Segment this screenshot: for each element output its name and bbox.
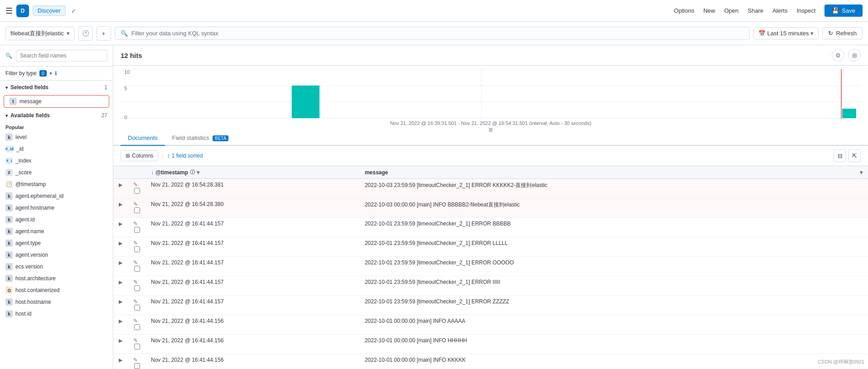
expand-row-icon[interactable]: ▶: [119, 357, 122, 363]
field-item-_id[interactable]: #_id _id: [0, 143, 113, 155]
svg-text:0: 0: [124, 115, 127, 119]
field-type-icon: ⊙: [5, 287, 13, 294]
timestamp-cell: Nov 21, 2022 @ 16:41:44.156: [145, 315, 359, 335]
row-edit-icon[interactable]: ✎: [133, 357, 138, 363]
timestamp-cell: Nov 21, 2022 @ 16:41:44.157: [145, 257, 359, 276]
row-edit-icon[interactable]: ✎: [133, 182, 138, 188]
expand-cell[interactable]: ▶: [113, 315, 128, 335]
refresh-button[interactable]: ↻ Refresh: [822, 27, 863, 39]
filter-chevron-icon[interactable]: ▾: [49, 70, 52, 77]
col-timestamp-header[interactable]: ↓ @timestamp ⓘ ▾: [145, 166, 359, 179]
expand-cell[interactable]: ▶: [113, 257, 128, 276]
row-edit-icon[interactable]: ✎: [133, 318, 138, 324]
row-checkbox[interactable]: [134, 363, 140, 369]
col-expand-header: [113, 166, 128, 179]
expand-row-icon[interactable]: ▶: [119, 201, 122, 207]
filter-info-icon[interactable]: ℹ: [55, 70, 57, 77]
expand-cell[interactable]: ▶: [113, 276, 128, 296]
row-actions-cell: [854, 276, 868, 296]
message-cell: 2022-10-01 23:59:59 [timeoutChecker_2_1]…: [359, 237, 854, 257]
field-item-level[interactable]: k level: [0, 131, 113, 143]
timestamp-cell: Nov 21, 2022 @ 16:41:44.156: [145, 335, 359, 354]
sort-button[interactable]: ↕ 1 field sorted: [167, 153, 203, 159]
row-checkbox[interactable]: [134, 344, 140, 350]
table-row: ▶ ✎ Nov 21, 2022 @ 16:41:44.156 2022-10-…: [113, 335, 868, 354]
time-chevron-icon: ▾: [810, 30, 814, 37]
time-range-picker[interactable]: 📅 Last 15 minutes ▾: [753, 27, 819, 39]
expand-cell[interactable]: ▶: [113, 335, 128, 354]
table-view-button[interactable]: ⊟: [834, 149, 846, 162]
row-edit-icon[interactable]: ✎: [133, 337, 138, 344]
field-type-icon: t: [10, 98, 17, 105]
history-icon-button[interactable]: 🕐: [78, 26, 93, 41]
row-checkbox[interactable]: [134, 227, 140, 233]
collapse-all-icon[interactable]: ▾: [860, 169, 863, 176]
row-edit-icon[interactable]: ✎: [133, 279, 138, 285]
row-edit-icon[interactable]: ✎: [133, 220, 138, 227]
columns-button[interactable]: ⊞ Columns: [121, 150, 158, 161]
expand-cell[interactable]: ▶: [113, 218, 128, 237]
row-edit-icon[interactable]: ✎: [133, 298, 138, 305]
selected-fields-header[interactable]: ▾ Selected fields 1: [0, 81, 113, 94]
field-item-agent-hostname[interactable]: k agent.hostname: [0, 202, 113, 214]
row-edit-icon[interactable]: ✎: [133, 201, 138, 207]
expand-cell[interactable]: ▶: [113, 237, 128, 257]
row-checkbox[interactable]: [134, 305, 140, 311]
app-name[interactable]: Discover: [33, 5, 66, 16]
field-item-_score[interactable]: # _score: [0, 167, 113, 178]
settings-icon-button[interactable]: ⚙: [832, 49, 844, 62]
expand-row-icon[interactable]: ▶: [119, 318, 122, 324]
expand-row-icon[interactable]: ▶: [119, 240, 122, 246]
expand-row-icon[interactable]: ▶: [119, 221, 122, 226]
open-link[interactable]: Open: [724, 7, 739, 14]
field-item-agent-version[interactable]: k agent.version: [0, 249, 113, 261]
field-item-_index[interactable]: #_i _index: [0, 155, 113, 167]
row-checkbox[interactable]: [134, 188, 140, 194]
share-link[interactable]: Share: [748, 7, 764, 14]
row-checkbox[interactable]: [134, 246, 140, 252]
row-checkbox[interactable]: [134, 207, 140, 213]
field-item-host-architecture[interactable]: k host.architecture: [0, 273, 113, 284]
inspect-link[interactable]: Inspect: [796, 7, 815, 14]
expand-row-icon[interactable]: ▶: [119, 279, 122, 285]
field-item-agent-ephemeral_id[interactable]: k agent.ephemeral_id: [0, 190, 113, 202]
table-row: ▶ ✎ Nov 21, 2022 @ 16:41:44.157 2022-10-…: [113, 237, 868, 257]
row-checkbox[interactable]: [134, 285, 140, 291]
expand-cell[interactable]: ▶: [113, 354, 128, 369]
alerts-link[interactable]: Alerts: [772, 7, 787, 14]
row-checkbox[interactable]: [134, 266, 140, 272]
row-checkbox[interactable]: [134, 324, 140, 330]
selected-field-message[interactable]: t message: [4, 95, 109, 108]
expand-row-icon[interactable]: ▶: [119, 338, 122, 343]
field-item-agent-type[interactable]: k agent.type: [0, 237, 113, 249]
field-item-ecs-version[interactable]: k ecs.version: [0, 261, 113, 273]
expand-cell[interactable]: ▶: [113, 296, 128, 315]
field-item-timestamp[interactable]: 🕐 @timestamp: [0, 178, 113, 190]
search-field-input[interactable]: [16, 50, 107, 62]
message-cell: 2022-10-01 00:00:00 [main] INFO AAAAA: [359, 315, 854, 335]
expand-view-button[interactable]: ⇱: [848, 149, 861, 162]
options-link[interactable]: Options: [674, 7, 694, 14]
hamburger-icon[interactable]: ☰: [5, 6, 13, 16]
field-item-host-id[interactable]: k host.id: [0, 308, 113, 320]
kql-search-input[interactable]: 🔍 Filter your data using KQL syntax: [115, 27, 750, 40]
available-fields-header[interactable]: ▾ Available fields 27: [0, 109, 113, 122]
row-actions-cell: [854, 237, 868, 257]
field-item-agent-id[interactable]: k agent.id: [0, 214, 113, 225]
field-item-agent-name[interactable]: k agent.name: [0, 225, 113, 237]
display-options-button[interactable]: ⊞: [848, 49, 861, 62]
expand-row-icon[interactable]: ▶: [119, 299, 122, 304]
save-button[interactable]: 💾 Save: [824, 5, 863, 17]
field-item-host-hostname[interactable]: k host.hostname: [0, 296, 113, 308]
expand-row-icon[interactable]: ▶: [119, 182, 122, 187]
row-edit-icon[interactable]: ✎: [133, 259, 138, 266]
data-table: ↓ @timestamp ⓘ ▾ message ▾: [113, 166, 868, 369]
new-link[interactable]: New: [703, 7, 715, 14]
add-filter-button[interactable]: ＋: [97, 26, 111, 41]
field-item-host-containerized[interactable]: ⊙ host.containerized: [0, 284, 113, 296]
expand-cell[interactable]: ▶: [113, 198, 128, 218]
row-edit-icon[interactable]: ✎: [133, 240, 138, 246]
data-view-selector[interactable]: filebeat直接到elastic ▾: [5, 27, 75, 40]
expand-cell[interactable]: ▶: [113, 179, 128, 198]
expand-row-icon[interactable]: ▶: [119, 260, 122, 265]
